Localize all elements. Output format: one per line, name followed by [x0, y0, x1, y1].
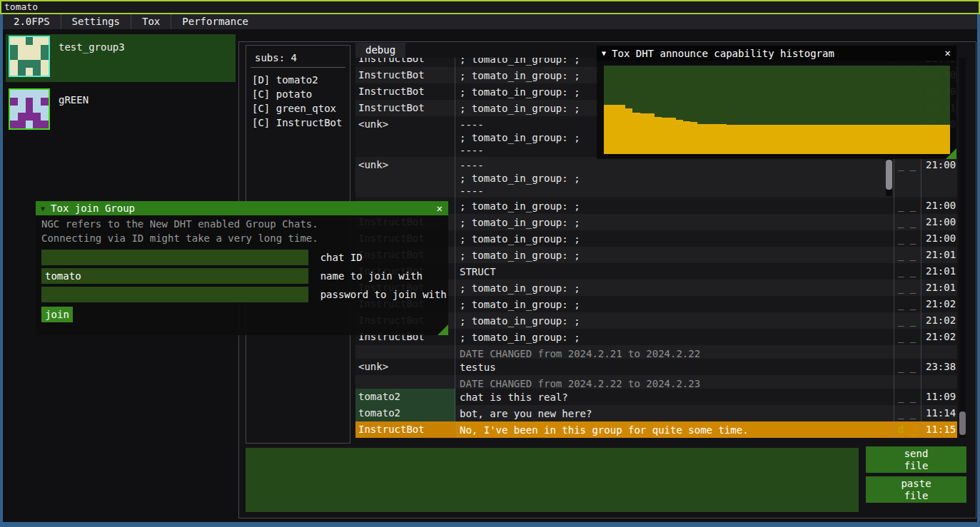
- message-flags: _ _: [894, 405, 921, 421]
- sender-name: <unk>: [355, 157, 455, 198]
- message-text: ; tomato_in_group: ;: [455, 214, 894, 230]
- message-flags: _ _: [894, 359, 921, 375]
- avatar-pixel: [26, 53, 34, 61]
- message-text: DATE CHANGED from 2024.2.22 to 2024.2.23: [455, 375, 894, 389]
- chat-id-input[interactable]: [41, 250, 308, 265]
- date-row: DATE CHANGED from 2024.2.22 to 2024.2.23: [355, 375, 957, 389]
- chat-scrollbar[interactable]: [959, 58, 966, 438]
- message-input[interactable]: [246, 448, 859, 512]
- menu-item-2.0fps: 2.0FPS: [3, 14, 61, 29]
- avatar-pixel: [10, 53, 18, 61]
- sender-name: InstructBot: [355, 58, 455, 67]
- collapse-icon[interactable]: ▼: [41, 205, 45, 213]
- send-file-button[interactable]: send file: [866, 446, 966, 473]
- chat-id-label: chat ID: [320, 250, 363, 265]
- message-timestamp: 11:14: [921, 405, 957, 421]
- histogram-bar: [907, 125, 914, 154]
- group-item-gREEN[interactable]: gREEN: [6, 87, 236, 135]
- avatar-pixel: [18, 121, 26, 128]
- message-timestamp: 21:02: [921, 296, 957, 312]
- join-password-label: password to join with: [320, 287, 447, 302]
- histogram-bar: [899, 125, 906, 154]
- window-frame-right: [977, 14, 980, 527]
- join-group-titlebar[interactable]: ▼ Tox join Group ✕: [36, 201, 448, 215]
- histogram-bar: [625, 108, 632, 154]
- message-timestamp: 21:01: [921, 280, 957, 296]
- message-scrollbar-thumb[interactable]: [886, 160, 892, 190]
- histogram-bar: [929, 125, 936, 154]
- histogram-bar: [892, 125, 899, 154]
- message-row: InstructBotNo, I've been in this group f…: [355, 421, 957, 438]
- histogram-bar: [835, 125, 842, 154]
- histogram-window: ▼ Tox DHT announce capability histogram …: [597, 46, 956, 159]
- menu-item-performance[interactable]: Performance: [171, 14, 259, 29]
- close-icon[interactable]: ✕: [437, 201, 443, 215]
- histogram-bar: [857, 125, 864, 154]
- histogram-bar: [683, 121, 690, 154]
- subs-member: [C] InstructBot: [252, 116, 350, 130]
- message-flags: _ _: [894, 296, 921, 312]
- os-titlebar[interactable]: tomato: [0, 0, 980, 14]
- close-icon[interactable]: ✕: [945, 46, 951, 60]
- date-row: DATE CHANGED from 2024.2.21 to 2024.2.22: [355, 345, 957, 359]
- separator: [251, 67, 345, 68]
- sender-name: InstructBot: [355, 421, 455, 438]
- message-scrollbar[interactable]: [886, 158, 892, 196]
- avatar-pixel: [10, 37, 18, 45]
- message-text: ; tomato_in_group: ;: [455, 296, 894, 312]
- avatar-pixel: [26, 37, 34, 45]
- message-flags: _ _: [894, 389, 921, 405]
- join-password-input[interactable]: [41, 287, 308, 302]
- group-avatar: [9, 88, 50, 130]
- chat-scrollbar-thumb[interactable]: [959, 411, 966, 435]
- group-item-test_group3[interactable]: test_group3: [6, 34, 236, 82]
- avatar-pixel: [18, 113, 26, 121]
- histogram-bar: [777, 125, 784, 154]
- window-title: tomato: [4, 1, 38, 12]
- sender-name: <unk>: [355, 116, 455, 157]
- avatar-pixel: [33, 106, 41, 113]
- avatar-pixel: [41, 121, 49, 128]
- histogram-title: Tox DHT announce capability histogram: [612, 48, 834, 59]
- avatar-pixel: [41, 90, 49, 98]
- message-timestamp: 21:00: [921, 230, 957, 247]
- histogram-bar: [741, 125, 748, 154]
- join-group-window: ▼ Tox join Group ✕ NGC refers to the New…: [36, 201, 448, 335]
- message-text: bot, are you new here?: [455, 405, 894, 421]
- join-description-line2: Connecting via ID might take a very long…: [41, 232, 318, 244]
- message-text: ; tomato_in_group: ;: [455, 280, 894, 296]
- avatar-pixel: [26, 113, 34, 121]
- message-text: ; tomato_in_group: ;: [455, 329, 894, 345]
- histogram-titlebar[interactable]: ▼ Tox DHT announce capability histogram …: [597, 46, 956, 61]
- join-name-input[interactable]: [41, 268, 308, 284]
- menu-item-tox[interactable]: Tox: [131, 14, 171, 29]
- avatar-pixel: [33, 45, 41, 53]
- avatar-pixel: [41, 113, 49, 121]
- avatar-pixel: [41, 37, 49, 45]
- histogram-bar: [770, 125, 777, 154]
- histogram-bar: [792, 125, 799, 154]
- avatar-pixel: [10, 45, 18, 53]
- histogram-plot: [604, 66, 950, 154]
- avatar-pixel: [18, 37, 26, 45]
- message-timestamp: 21:00: [921, 157, 957, 198]
- avatar-pixel: [41, 98, 49, 106]
- resize-grip[interactable]: [438, 324, 448, 335]
- message-text: ; tomato_in_group: ;: [455, 198, 894, 214]
- join-button[interactable]: join: [41, 307, 73, 322]
- avatar-pixel: [10, 90, 18, 98]
- menu-bar: 2.0FPSSettingsToxPerformance: [3, 14, 977, 29]
- tab-debug[interactable]: debug: [355, 43, 405, 58]
- menu-item-settings[interactable]: Settings: [61, 14, 131, 29]
- message-flags: [894, 375, 921, 389]
- histogram-bar: [705, 124, 712, 154]
- avatar-pixel: [26, 90, 34, 98]
- subs-member: [C] green_qtox: [252, 101, 350, 116]
- histogram-bar: [799, 125, 806, 154]
- message-row: <unk>testus_ _23:38: [355, 359, 957, 375]
- resize-grip[interactable]: [946, 148, 956, 159]
- message-flags: _ _: [894, 247, 921, 263]
- paste-file-button[interactable]: paste file: [866, 476, 966, 503]
- collapse-icon[interactable]: ▼: [602, 49, 606, 57]
- message-timestamp: 21:02: [921, 312, 957, 329]
